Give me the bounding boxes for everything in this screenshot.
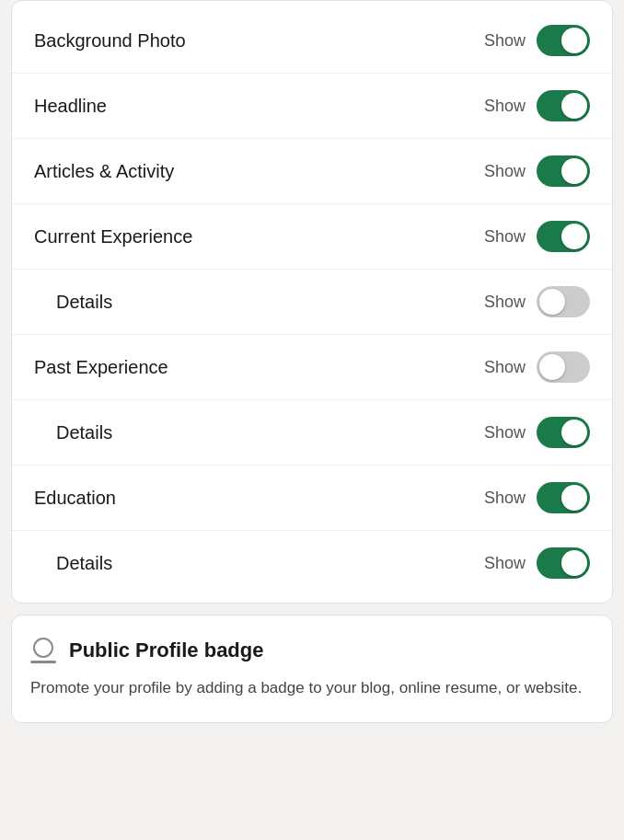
toggle-slider-current-experience [537, 221, 590, 252]
setting-right-education: Show [484, 482, 590, 513]
toggle-slider-past-experience [537, 351, 590, 383]
toggle-education-details[interactable] [537, 547, 590, 579]
toggle-slider-education [537, 482, 590, 513]
toggle-background-photo[interactable] [537, 25, 590, 56]
setting-label-current-experience-details: Details [34, 292, 112, 313]
setting-label-headline: Headline [34, 96, 107, 117]
toggle-slider-past-experience-details [537, 417, 590, 448]
setting-row-education-details: DetailsShow [12, 531, 612, 595]
show-text-articles-activity: Show [484, 162, 526, 181]
toggle-knob-current-experience-details [539, 289, 565, 315]
toggle-slider-background-photo [537, 25, 590, 56]
show-text-education: Show [484, 489, 526, 508]
badge-description: Promote your profile by adding a badge t… [30, 676, 594, 700]
setting-label-past-experience-details: Details [34, 422, 112, 443]
setting-right-current-experience: Show [484, 221, 590, 252]
badge-section: Public Profile badge Promote your profil… [11, 615, 613, 723]
show-text-headline: Show [484, 97, 526, 116]
toggle-past-experience[interactable] [537, 351, 590, 383]
badge-title: Public Profile badge [69, 639, 263, 662]
setting-right-current-experience-details: Show [484, 286, 590, 317]
toggle-knob-education [561, 485, 587, 511]
setting-right-past-experience-details: Show [484, 417, 590, 448]
setting-right-education-details: Show [484, 547, 590, 579]
toggle-slider-articles-activity [537, 155, 590, 187]
toggle-education[interactable] [537, 482, 590, 513]
setting-right-headline: Show [484, 90, 590, 121]
setting-label-background-photo: Background Photo [34, 30, 186, 52]
setting-row-past-experience: Past ExperienceShow [12, 335, 612, 400]
setting-row-education: EducationShow [12, 466, 612, 531]
setting-label-education-details: Details [34, 553, 112, 574]
toggle-current-experience[interactable] [537, 221, 590, 252]
setting-label-education: Education [34, 488, 116, 509]
badge-header: Public Profile badge [30, 638, 594, 663]
show-text-current-experience-details: Show [484, 293, 526, 312]
toggle-slider-education-details [537, 547, 590, 579]
toggle-slider-headline [537, 90, 590, 121]
toggle-slider-current-experience-details [537, 286, 590, 317]
setting-label-articles-activity: Articles & Activity [34, 161, 174, 182]
toggle-current-experience-details[interactable] [537, 286, 590, 317]
toggle-knob-past-experience-details [561, 420, 587, 445]
setting-right-past-experience: Show [484, 351, 590, 383]
badge-icon [30, 638, 56, 663]
setting-row-current-experience: Current ExperienceShow [12, 204, 612, 270]
show-text-past-experience-details: Show [484, 423, 526, 443]
setting-right-articles-activity: Show [484, 155, 590, 187]
toggle-knob-current-experience [561, 224, 587, 249]
toggle-past-experience-details[interactable] [537, 417, 590, 448]
show-text-background-photo: Show [484, 31, 526, 51]
setting-right-background-photo: Show [484, 25, 590, 56]
toggle-articles-activity[interactable] [537, 155, 590, 187]
setting-row-current-experience-details: DetailsShow [12, 270, 612, 335]
show-text-past-experience: Show [484, 358, 526, 377]
setting-label-past-experience: Past Experience [34, 357, 168, 378]
toggle-knob-background-photo [561, 28, 587, 53]
toggle-knob-education-details [561, 550, 587, 576]
show-text-education-details: Show [484, 554, 526, 573]
toggle-knob-articles-activity [561, 158, 587, 184]
setting-row-articles-activity: Articles & ActivityShow [12, 139, 612, 204]
setting-row-headline: HeadlineShow [12, 74, 612, 139]
person-icon-body [30, 661, 56, 663]
toggle-knob-past-experience [539, 354, 565, 380]
setting-row-past-experience-details: DetailsShow [12, 400, 612, 466]
person-icon-head [33, 638, 53, 658]
settings-card: Background PhotoShowHeadlineShowArticles… [11, 0, 613, 604]
setting-label-current-experience: Current Experience [34, 226, 192, 247]
toggle-headline[interactable] [537, 90, 590, 121]
toggle-knob-headline [561, 93, 587, 119]
setting-row-background-photo: Background PhotoShow [12, 8, 612, 74]
show-text-current-experience: Show [484, 227, 526, 247]
